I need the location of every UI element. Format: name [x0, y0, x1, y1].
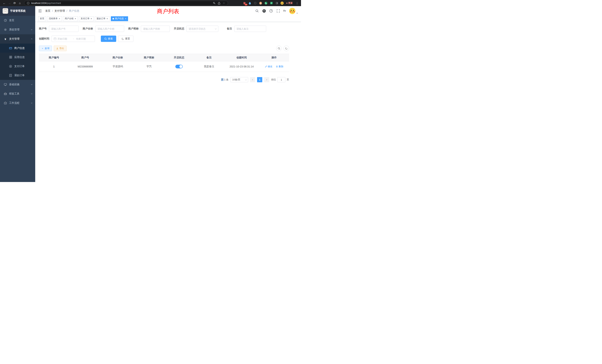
forward-icon[interactable]: → [7, 1, 12, 6]
info-icon[interactable] [26, 1, 30, 5]
breadcrumb-current: 商户信息 [69, 9, 79, 13]
full-name-input[interactable] [95, 26, 124, 32]
short-name-input[interactable] [141, 26, 170, 32]
refresh-icon[interactable] [284, 46, 289, 51]
tag-merchant-info[interactable]: 商户信息× [111, 16, 128, 21]
navbar-actions: TT ▼ [255, 8, 298, 14]
tag-user-group[interactable]: 用户分组× [63, 16, 78, 21]
delete-link-label: 删除 [279, 65, 283, 68]
start-date-field[interactable] [57, 37, 71, 40]
status-select-field[interactable] [189, 27, 214, 30]
toolbox-icon [4, 92, 7, 95]
merchant-table: 商户编号 商户号 商户全称 商户简称 开启状态 备注 创建时间 操作 1 M23… [39, 54, 289, 72]
filter-remark: 备注 [227, 26, 266, 32]
url-text[interactable]: localhost:1024/pay/merchant [31, 2, 211, 4]
help-icon[interactable] [269, 9, 273, 13]
dark-circle-extension-icon[interactable] [253, 1, 257, 5]
sidebar-item-pay[interactable]: ¥ 支付管理 [0, 34, 35, 43]
pikachu-avatar-image [289, 8, 296, 14]
add-button[interactable]: ＋ 新增 [39, 46, 52, 51]
date-range-picker[interactable]: - [52, 36, 95, 42]
remark-input[interactable] [234, 26, 266, 32]
url-host: localhost:1024 [31, 2, 46, 4]
drop-extension-icon[interactable] [248, 1, 252, 5]
sidebar-item-refund-order[interactable]: 退款订单 [0, 71, 35, 80]
close-icon[interactable]: × [90, 18, 92, 20]
filter-merchant-no: 商户号 [39, 26, 79, 32]
bookmark-star-icon[interactable]: ☆ [222, 1, 226, 5]
green-circle-extension-icon[interactable] [264, 1, 268, 5]
sidebar-toggle-icon[interactable] [38, 9, 42, 13]
full-name-input-field[interactable] [97, 27, 122, 30]
sidebar-item-dev-tools[interactable]: 研发工具 [0, 89, 35, 98]
sidebar-item-infra[interactable]: 基础设施 [0, 80, 35, 89]
sidebar-item-label: 首页 [9, 19, 33, 22]
status-toggle[interactable] [175, 65, 183, 68]
short-name-input-field[interactable] [143, 27, 168, 30]
tag-refund-order[interactable]: 退款订单× [95, 16, 110, 21]
sidebar-item-app-info[interactable]: 应用信息 [0, 53, 35, 62]
edit-link[interactable]: 修改 [265, 65, 272, 68]
reload-icon[interactable]: ⟳ [12, 1, 17, 6]
sidebar-item-home[interactable]: 首页 [0, 16, 35, 25]
tag-pay-order[interactable]: 支付订单× [79, 16, 94, 21]
monitor-icon [4, 83, 7, 86]
reset-button[interactable]: 重置 [118, 36, 133, 42]
sidebar-item-label: 基础设施 [9, 83, 29, 86]
page-1-button[interactable]: 1 [257, 77, 262, 82]
home-icon[interactable]: ⌂ [17, 1, 22, 6]
prev-page-button[interactable] [250, 77, 255, 82]
breadcrumb-pay[interactable]: 支付管理 [54, 9, 65, 13]
sidebar-item-pay-order[interactable]: 支付订单 [0, 62, 35, 71]
search-button[interactable]: 搜索 [101, 36, 116, 42]
github-icon[interactable] [262, 9, 266, 13]
tag-label: 支付订单 [81, 17, 89, 20]
sidebar-item-system[interactable]: 系统管理 [0, 25, 35, 34]
status-select[interactable] [186, 26, 218, 32]
toolbar-right [276, 46, 289, 51]
goto-page-input[interactable] [277, 77, 285, 82]
notes-extension-icon[interactable] [269, 1, 273, 5]
url-path: /pay/merchant [46, 2, 61, 4]
close-icon[interactable]: × [75, 18, 76, 20]
page-size-select[interactable]: 10条/页 [230, 77, 248, 82]
fullscreen-icon[interactable] [276, 9, 280, 13]
cell-remark: 我是备注 [194, 61, 224, 72]
briefcase-icon [4, 102, 7, 105]
merchant-no-input-field[interactable] [51, 27, 76, 30]
user-avatar[interactable]: ▼ [289, 8, 298, 14]
tag-process-form[interactable]: 流程表单× [47, 16, 62, 21]
extensions-puzzle-icon[interactable]: 10 [243, 1, 246, 5]
remark-input-field[interactable] [236, 27, 264, 30]
toggle-search-icon[interactable] [276, 46, 282, 51]
cell-short-name: 芋艿 [134, 61, 164, 72]
address-bar[interactable]: localhost:1024/pay/merchant ☆ [24, 1, 228, 5]
merchant-no-input[interactable] [49, 26, 79, 32]
breadcrumb-home[interactable]: 首页 [45, 9, 50, 13]
key-icon[interactable] [213, 1, 216, 5]
sidebar-logo[interactable]: 芋道管理系统 [0, 6, 35, 16]
browser-menu-icon[interactable]: ⋮ [295, 2, 299, 5]
avatar-extension-icon[interactable] [259, 1, 262, 5]
delete-link[interactable]: 删除 [276, 65, 283, 68]
next-page-button[interactable] [264, 77, 269, 82]
add-button-label: 新增 [45, 47, 50, 50]
browser-update-button[interactable]: 更新 [286, 1, 293, 5]
font-size-icon[interactable]: TT [283, 9, 286, 12]
column-header: 开启状态 [164, 54, 194, 61]
column-header: 商户号 [69, 54, 102, 61]
smiley-avatar-icon[interactable] [280, 1, 284, 5]
back-icon[interactable]: ← [2, 1, 7, 6]
goto-label: 前往 [271, 78, 276, 81]
export-button[interactable]: 导出 [54, 46, 66, 51]
tag-home[interactable]: 首页 [38, 16, 46, 21]
pinwheel-extension-icon[interactable] [275, 1, 279, 5]
search-icon[interactable] [255, 9, 259, 13]
sidebar-item-workflow[interactable]: 工作流程 [0, 98, 35, 108]
close-icon[interactable]: × [106, 18, 108, 20]
close-icon[interactable]: × [59, 18, 60, 20]
share-icon[interactable] [217, 1, 221, 5]
end-date-field[interactable] [76, 37, 89, 40]
sidebar-item-merchant-info[interactable]: 商户信息 [0, 43, 35, 53]
close-icon[interactable]: × [125, 18, 126, 20]
